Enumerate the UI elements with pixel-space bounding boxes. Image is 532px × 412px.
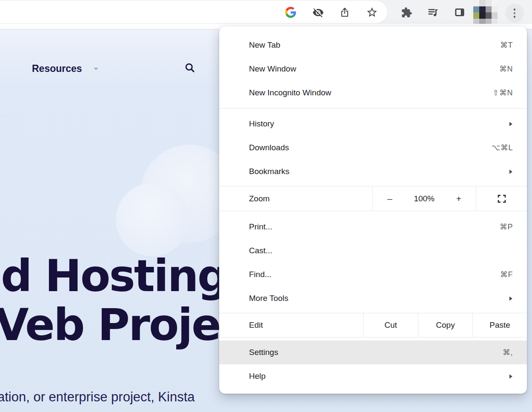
menu-item-label: Find... [249, 270, 500, 279]
menu-separator [219, 108, 527, 109]
menu-item-label: Downloads [249, 143, 492, 152]
side-panel-button[interactable] [454, 6, 466, 18]
submenu-arrow-icon [509, 374, 513, 379]
search-button[interactable] [184, 62, 196, 75]
eye-off-icon [312, 7, 324, 18]
avatar-pixel [492, 0, 498, 6]
menu-item-new-window[interactable]: New Window ⌘N [219, 57, 527, 81]
avatar-pixel [479, 6, 485, 13]
menu-item-label: Help [249, 372, 509, 381]
menu-item-new-tab[interactable]: New Tab ⌘T [219, 33, 527, 57]
menu-item-label: Cast... [249, 246, 513, 255]
menu-item-label: Print... [249, 222, 500, 232]
avatar-pixel [486, 6, 492, 13]
edit-paste-button[interactable]: Paste [472, 313, 527, 337]
menu-item-shortcut: ⌘N [499, 64, 513, 74]
submenu-arrow-icon [509, 296, 513, 301]
menu-item-downloads[interactable]: Downloads ⌥⌘L [219, 136, 527, 160]
avatar-pixel [486, 12, 492, 19]
menu-item-label: New Tab [249, 40, 500, 50]
zoom-controls: – 100% + [372, 186, 476, 211]
media-playlist-icon [427, 6, 439, 18]
star-icon [366, 6, 378, 18]
menu-item-shortcut: ⇧⌘N [492, 88, 513, 97]
menu-item-shortcut: ⌥⌘L [492, 143, 513, 152]
side-panel-icon [454, 7, 465, 18]
fullscreen-button[interactable] [476, 186, 527, 211]
zoom-in-button[interactable]: + [454, 194, 464, 204]
menu-item-bookmarks[interactable]: Bookmarks [219, 160, 527, 183]
browser-toolbar [0, 0, 532, 30]
menu-item-help[interactable]: Help [219, 364, 527, 388]
cloud-illustration [116, 183, 189, 256]
bookmark-button[interactable] [366, 6, 378, 18]
menu-item-print[interactable]: Print... ⌘P [219, 215, 527, 239]
menu-zoom-row: Zoom – 100% + [219, 186, 527, 211]
fullscreen-icon [497, 194, 507, 204]
menu-section: Print... ⌘P Cast... Find... ⌘F More Tool… [219, 215, 527, 310]
extensions-puzzle-icon [401, 7, 412, 18]
kebab-menu-icon [514, 9, 516, 11]
edit-label: Edit [219, 313, 363, 337]
menu-item-shortcut: ⌘T [500, 40, 513, 50]
nav-item-resources[interactable]: Resources [32, 63, 98, 74]
menu-item-label: Bookmarks [249, 167, 509, 176]
menu-item-more-tools[interactable]: More Tools [219, 286, 527, 310]
caret-down-icon [94, 67, 98, 71]
zoom-label: Zoom [219, 186, 372, 211]
menu-item-settings[interactable]: Settings ⌘, [219, 340, 527, 364]
menu-item-shortcut: ⌘, [503, 348, 513, 357]
avatar-pixel [473, 12, 479, 19]
menu-item-label: New Incognito Window [249, 88, 492, 97]
menu-item-shortcut: ⌘F [500, 270, 513, 279]
submenu-arrow-icon [509, 169, 513, 175]
avatar-pixel [479, 12, 485, 19]
menu-item-label: New Window [249, 64, 499, 74]
hero-subtext: ation, or enterprise project, Kinsta [0, 389, 195, 405]
password-hidden-button[interactable] [312, 6, 324, 18]
avatar-pixel [479, 0, 485, 6]
avatar-pixel [473, 0, 479, 6]
menu-section: Settings ⌘, Help [219, 340, 527, 388]
menu-item-history[interactable]: History [219, 112, 527, 136]
extensions-button[interactable] [400, 6, 412, 18]
media-controls-button[interactable] [427, 6, 439, 18]
menu-item-cast[interactable]: Cast... [219, 239, 527, 263]
screen: Resources d Hosting Veb Project ation, o… [0, 0, 532, 412]
site-info-button[interactable] [285, 6, 297, 18]
menu-item-shortcut: ⌘P [500, 222, 513, 232]
avatar-pixel [492, 12, 498, 19]
browser-menu-button[interactable] [505, 4, 524, 23]
share-icon [339, 7, 350, 18]
menu-item-label: More Tools [249, 294, 509, 303]
menu-item-label: Settings [249, 348, 503, 357]
zoom-out-button[interactable]: – [385, 194, 395, 204]
submenu-arrow-icon [509, 121, 513, 127]
google-logo-icon [285, 7, 296, 18]
kebab-menu-icon [514, 12, 516, 14]
avatar-pixel [486, 0, 492, 6]
menu-edit-row: Edit Cut Copy Paste [219, 313, 527, 338]
kebab-menu-icon [514, 16, 516, 18]
chrome-app-menu: New Tab ⌘T New Window ⌘N New Incognito W… [219, 26, 527, 394]
omnibox[interactable] [0, 1, 387, 23]
zoom-level: 100% [414, 194, 435, 203]
profile-avatar[interactable] [473, 0, 498, 25]
search-icon [184, 62, 196, 74]
menu-item-label: History [249, 119, 509, 129]
edit-copy-button[interactable]: Copy [418, 313, 472, 337]
share-button[interactable] [339, 6, 351, 18]
avatar-pixel [473, 6, 479, 13]
menu-item-new-incognito-window[interactable]: New Incognito Window ⇧⌘N [219, 81, 527, 105]
menu-item-find[interactable]: Find... ⌘F [219, 263, 527, 286]
hero-headline-line1: d Hosting [1, 250, 227, 301]
avatar-pixel [492, 6, 498, 13]
nav-resources-label: Resources [32, 63, 82, 74]
edit-cut-button[interactable]: Cut [363, 313, 418, 337]
